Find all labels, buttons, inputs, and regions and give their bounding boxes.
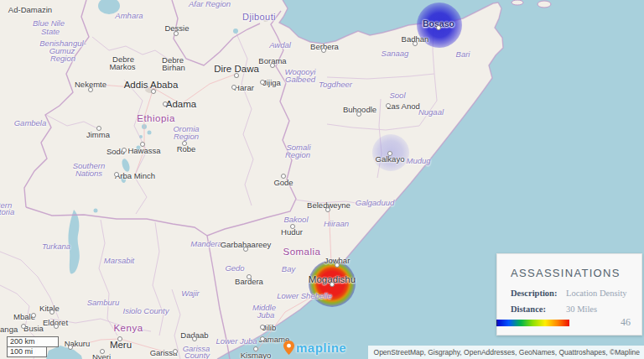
map-label: Hawassa xyxy=(127,146,160,155)
map-label: Arba Minch xyxy=(115,171,155,180)
scale-km: 200 km xyxy=(7,336,59,347)
town-marker xyxy=(151,89,156,94)
legend-distance-label: Distance: xyxy=(511,304,566,315)
map-viewport[interactable]: EthiopiaSomaliaKenyaDjiboutiBlue NileSta… xyxy=(0,0,644,359)
map-label: Hiiraan xyxy=(324,219,349,228)
town-marker xyxy=(335,263,340,268)
town-marker xyxy=(234,73,239,78)
map-label: Amhara xyxy=(115,11,143,20)
map-label: Marsabit xyxy=(104,256,134,265)
map-label: Region xyxy=(174,132,199,141)
map-label: Adama xyxy=(166,99,196,109)
town-marker xyxy=(182,141,187,146)
legend-description-label: Description: xyxy=(511,288,566,299)
map-label: Nugaal xyxy=(418,107,444,117)
density-max-value: 46 xyxy=(621,316,631,329)
mapline-logo-text: mapline xyxy=(296,341,346,355)
map-label: Isiolo County xyxy=(123,306,169,315)
town-marker xyxy=(243,247,248,252)
map-label: Samburu xyxy=(87,298,120,307)
map-label: Djibouti xyxy=(242,12,276,22)
scale-mi: 100 mi xyxy=(7,347,47,357)
map-label: Mudug xyxy=(406,156,430,165)
map-label: Lower Shebelle xyxy=(277,291,332,300)
density-min-value: 1 xyxy=(496,320,499,327)
map-label: Awdal xyxy=(269,40,291,49)
legend-panel: ASSASSINATIONS Description: Location Den… xyxy=(496,253,642,336)
town-marker xyxy=(231,85,236,90)
town-marker xyxy=(114,172,119,177)
map-label: Sanaag xyxy=(382,49,409,58)
map-label: Jijiga xyxy=(262,78,281,87)
map-label: Busia xyxy=(23,324,44,333)
town-marker xyxy=(31,313,36,318)
map-label: Las Anod xyxy=(387,101,420,111)
map-label: Gedo xyxy=(225,263,244,273)
town-marker xyxy=(281,174,286,179)
map-label: Wajir xyxy=(181,289,199,298)
map-label: County xyxy=(184,351,210,359)
map-label: Sool xyxy=(389,91,405,100)
town-marker xyxy=(49,310,55,315)
map-label: Galgaduud xyxy=(356,198,394,207)
map-label: Bakool xyxy=(283,215,308,224)
map-label: Togdheer xyxy=(319,80,352,89)
map-label: Juba xyxy=(257,310,275,320)
town-marker xyxy=(330,282,335,287)
town-marker xyxy=(192,336,197,341)
map-label: Bari xyxy=(456,49,470,59)
map-scale-control: 200 km 100 mi xyxy=(7,336,59,357)
town-marker xyxy=(173,349,178,354)
town-marker xyxy=(436,25,441,30)
town-marker xyxy=(247,274,252,279)
town-marker xyxy=(260,325,265,330)
map-label: Region xyxy=(285,150,310,159)
density-gradient-bar xyxy=(496,320,569,326)
town-marker xyxy=(163,101,168,107)
map-label: Harar xyxy=(234,83,254,92)
map-label: Mandera xyxy=(190,239,222,248)
town-marker xyxy=(413,41,418,46)
map-label: Galbeed xyxy=(285,75,315,84)
map-label: Addis Ababa xyxy=(124,80,179,90)
map-label: Region xyxy=(50,54,75,63)
map-label: Gode xyxy=(273,178,293,187)
map-label: Ad-Damazin xyxy=(8,5,52,14)
legend-distance-row: Distance: 30 Miles xyxy=(511,304,641,315)
town-marker xyxy=(260,336,265,341)
map-attribution: OpenStreetMap, Gisgraphy, OpenAddresses,… xyxy=(368,346,644,359)
mapline-logo: mapline xyxy=(283,341,346,355)
legend-description-row: Description: Location Density xyxy=(511,288,641,299)
town-marker xyxy=(88,87,93,92)
map-label: Birhan xyxy=(162,63,184,72)
town-marker xyxy=(356,112,361,117)
map-label: Turkana xyxy=(42,242,70,251)
town-marker xyxy=(260,80,265,85)
map-label: Somalia xyxy=(283,247,320,257)
town-marker xyxy=(325,207,330,212)
town-marker xyxy=(174,31,179,36)
town-marker xyxy=(321,48,326,53)
map-pin-icon xyxy=(283,341,294,355)
map-label: Nations xyxy=(75,169,102,178)
map-label: Bay xyxy=(282,264,295,273)
map-label: Gambela xyxy=(14,118,47,127)
town-marker xyxy=(122,148,127,153)
town-marker xyxy=(21,324,26,329)
town-marker xyxy=(96,126,101,131)
town-marker xyxy=(54,324,59,329)
map-label: Markos xyxy=(109,62,135,71)
map-label: ganga xyxy=(0,325,18,334)
town-marker xyxy=(140,142,145,147)
town-marker xyxy=(253,346,258,351)
map-label: Kenya xyxy=(113,323,143,333)
legend-distance-value: 30 Miles xyxy=(566,304,597,315)
map-label: Kismayo xyxy=(241,351,271,359)
town-marker xyxy=(117,336,122,341)
town-marker xyxy=(386,103,391,108)
town-marker xyxy=(270,63,275,68)
town-marker xyxy=(68,345,73,350)
town-marker xyxy=(290,224,295,229)
map-label: Lower Juba xyxy=(216,336,257,346)
map-label: Afar Region xyxy=(189,0,231,8)
